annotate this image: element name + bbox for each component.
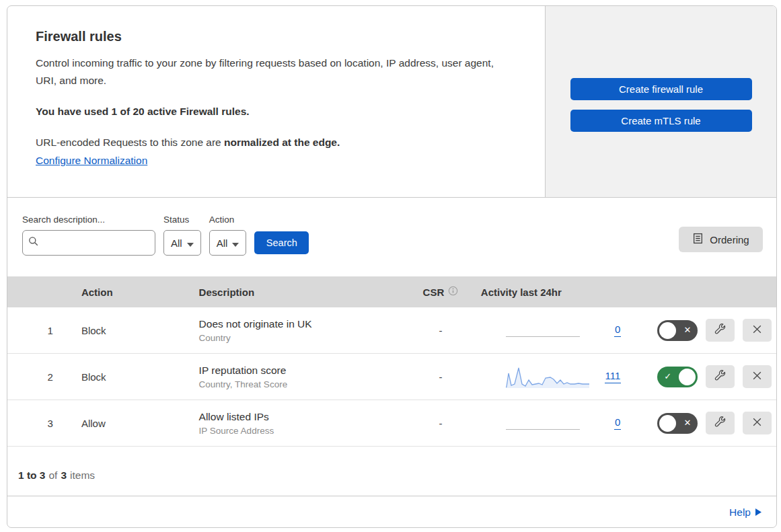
column-activity-header: Activity last 24hr [471, 287, 632, 298]
arrow-right-icon [755, 506, 761, 519]
firewall-rules-card: Firewall rules Control incoming traffic … [7, 5, 777, 528]
pagination-range: 1 to 3 [18, 469, 45, 481]
search-icon [28, 236, 39, 250]
create-mtls-rule-button[interactable]: Create mTLS rule [570, 110, 752, 132]
normalization-note: URL-encoded Requests to this zone are no… [36, 137, 517, 149]
delete-rule-button[interactable] [743, 412, 772, 434]
rule-criteria: Country, Threat Score [199, 379, 410, 389]
rule-description: Allow listed IPs [199, 411, 410, 423]
close-icon [751, 324, 763, 337]
wrench-icon [714, 416, 727, 430]
rule-csr-value: - [410, 371, 471, 383]
table-row: 3 Allow Allow listed IPs IP Source Addre… [7, 400, 776, 447]
rule-number: 1 [7, 325, 68, 336]
rule-controls: ✕ [632, 319, 776, 342]
ordering-button[interactable]: Ordering [679, 227, 763, 252]
status-filter-group: Status All [163, 215, 201, 256]
help-link-label: Help [729, 506, 751, 519]
pagination-items-label: items [70, 469, 95, 482]
rule-action: Block [68, 371, 186, 383]
rule-description-cell: Allow listed IPs IP Source Address [186, 411, 410, 436]
wrench-icon [714, 324, 727, 338]
toggle-knob [679, 369, 696, 385]
rule-enabled-toggle[interactable]: ✕ [657, 320, 698, 341]
rule-criteria: IP Source Address [199, 426, 410, 436]
activity-count-link[interactable]: 0 [614, 324, 621, 337]
rule-enabled-toggle[interactable]: ✓ [657, 367, 698, 387]
help-link[interactable]: Help [729, 506, 761, 519]
rule-action: Block [68, 325, 186, 336]
toggle-knob [659, 322, 676, 339]
table-row: 1 Block Does not originate in UK Country… [7, 307, 776, 354]
page-title: Firewall rules [36, 29, 517, 44]
action-dropdown[interactable]: All [209, 230, 247, 256]
rule-action: Allow [68, 418, 186, 429]
activity-sparkline-empty [506, 412, 589, 434]
ordering-button-label: Ordering [710, 234, 749, 245]
rule-activity-cell: 0 [471, 412, 632, 434]
info-icon[interactable] [448, 286, 458, 298]
edit-rule-button[interactable] [706, 319, 735, 342]
csr-header-label: CSR [423, 287, 445, 298]
action-label: Action [209, 215, 247, 225]
edit-rule-button[interactable] [706, 365, 735, 388]
header-section: Firewall rules Control incoming traffic … [7, 6, 776, 198]
search-group: Search description... [22, 215, 155, 256]
toggle-x-icon: ✕ [683, 418, 691, 428]
status-label: Status [163, 215, 201, 225]
rule-criteria: Country [199, 333, 410, 343]
rule-controls: ✕ [632, 412, 776, 434]
edit-rule-button[interactable] [706, 412, 735, 434]
delete-rule-button[interactable] [743, 319, 772, 342]
search-input-box[interactable] [22, 230, 155, 256]
rule-number: 3 [7, 418, 68, 429]
column-csr-header: CSR [410, 286, 471, 298]
pagination-total: 3 [61, 469, 67, 481]
page-description: Control incoming traffic to your zone by… [36, 54, 517, 89]
delete-rule-button[interactable] [743, 365, 772, 388]
usage-note: You have used 1 of 20 active Firewall ru… [36, 106, 517, 118]
list-document-icon [692, 233, 704, 246]
activity-count-link[interactable]: 111 [605, 370, 622, 383]
toggle-check-icon: ✓ [664, 371, 671, 381]
normalization-note-bold: normalized at the edge. [224, 137, 340, 148]
rule-activity-cell: 0 [471, 319, 632, 342]
search-input[interactable] [43, 237, 144, 248]
rule-controls: ✓ [632, 365, 776, 388]
normalization-note-text: URL-encoded Requests to this zone are [36, 137, 224, 148]
search-button[interactable]: Search [254, 231, 309, 254]
header-text-block: Firewall rules Control incoming traffic … [7, 6, 545, 197]
action-filter-group: Action All [209, 215, 247, 256]
chevron-down-icon [232, 237, 239, 249]
rule-description: Does not originate in UK [199, 318, 410, 330]
activity-sparkline [506, 365, 589, 388]
pagination-status: 1 to 3 of 3 items [7, 447, 776, 496]
rule-activity-cell: 111 [471, 365, 632, 388]
rule-description-cell: IP reputation score Country, Threat Scor… [186, 365, 410, 389]
column-action-header: Action [68, 287, 186, 298]
column-description-header: Description [186, 287, 410, 298]
filter-section: Search description... Status All Action … [7, 198, 776, 276]
close-icon [751, 416, 763, 430]
status-dropdown[interactable]: All [163, 230, 201, 256]
toggle-x-icon: ✕ [683, 325, 691, 335]
chevron-down-icon [187, 237, 194, 249]
rule-csr-value: - [410, 418, 471, 429]
rule-enabled-toggle[interactable]: ✕ [657, 413, 698, 434]
toggle-knob [659, 415, 676, 432]
header-action-panel: Create firewall rule Create mTLS rule [545, 6, 776, 197]
rule-description: IP reputation score [199, 365, 410, 377]
status-dropdown-value: All [171, 237, 182, 249]
search-label: Search description... [22, 215, 155, 225]
close-icon [751, 370, 763, 383]
create-firewall-rule-button[interactable]: Create firewall rule [570, 78, 752, 100]
configure-normalization-link[interactable]: Configure Normalization [36, 155, 147, 166]
activity-count-link[interactable]: 0 [614, 416, 621, 430]
help-row: Help [7, 496, 776, 528]
action-dropdown-value: All [217, 237, 228, 249]
pagination-of: of [48, 469, 57, 482]
wrench-icon [714, 370, 727, 384]
rule-description-cell: Does not originate in UK Country [186, 318, 410, 343]
table-row: 2 Block IP reputation score Country, Thr… [7, 354, 776, 400]
table-header-row: Action Description CSR Activity last 24h… [7, 276, 776, 307]
